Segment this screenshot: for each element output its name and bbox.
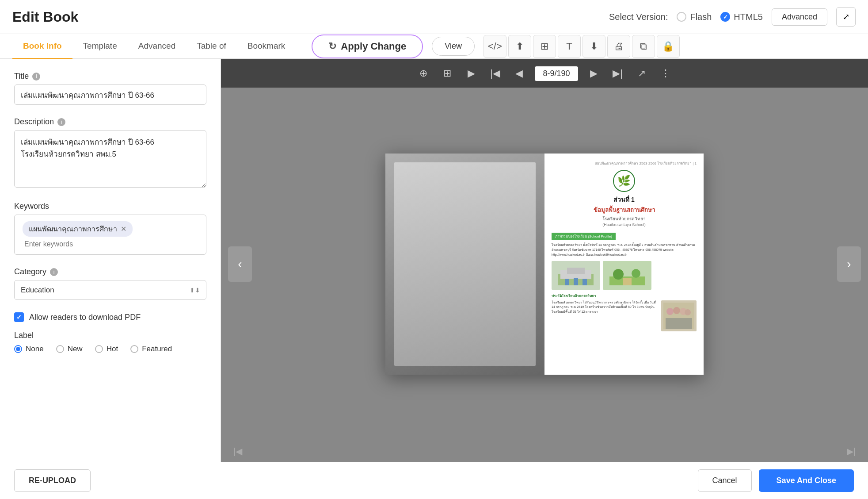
page-indicator[interactable]: 8-9/190 [535, 66, 578, 81]
refresh-icon: ↻ [328, 41, 336, 52]
header-right: Select Version: Flash HTML5 Advanced ⤢ [609, 7, 856, 27]
next-page-arrow[interactable]: › [837, 246, 861, 282]
svg-point-12 [673, 307, 680, 314]
title-input[interactable] [14, 84, 206, 105]
prev-page-icon[interactable]: ◀ [511, 65, 527, 81]
expand-button[interactable]: ⤢ [836, 7, 856, 27]
bottom-first-icon[interactable]: |◀ [233, 446, 242, 457]
page-body-text: โรงเรียนห้วยกรดวิทยา ตั้งเมื่อวันที่ 14 … [552, 242, 697, 257]
history-section-label: ประวัติโรงเรียนห้วยกรดวิทยา [552, 293, 697, 299]
footer: RE-UPLOAD Cancel Save And Close [0, 462, 868, 499]
apply-change-button[interactable]: ↻ Apply Change [312, 35, 423, 58]
grid-icon[interactable]: ⊞ [439, 65, 455, 81]
radio-featured[interactable]: Featured [130, 345, 172, 353]
radio-none[interactable]: None [14, 345, 44, 353]
tab-bookmark[interactable]: Bookmark [237, 34, 296, 59]
tab-advanced[interactable]: Advanced [128, 34, 187, 59]
keywords-label: Keywords [14, 202, 206, 211]
viewer-bottom-nav: |◀ ▶| [221, 441, 868, 462]
footer-right: Cancel Save And Close [698, 469, 854, 492]
columns-icon[interactable]: ⊞ [533, 35, 556, 58]
book-spread: แผนพัฒนาคุณภาพการศึกษา 2563-2566 โรงเรีย… [385, 154, 704, 375]
school-logo: 🌿 [613, 170, 635, 192]
main-content: Title i Description i เล่มแผนพัฒนาคุณภาพ… [0, 59, 868, 462]
version-options: Flash HTML5 [677, 12, 762, 22]
cancel-button[interactable]: Cancel [698, 469, 752, 492]
play-icon[interactable]: ▶ [463, 65, 479, 81]
view-button[interactable]: View [432, 37, 475, 56]
svg-rect-9 [623, 278, 632, 285]
history-text: โรงเรียนห้วยกรดวิทยา ได้รับอนุมัติจากกระ… [552, 300, 659, 331]
keywords-input[interactable] [21, 238, 116, 250]
code-icon[interactable]: </> [483, 35, 506, 58]
download-checkbox-label: Allow readers to download PDF [29, 313, 141, 322]
first-page-icon[interactable]: |◀ [487, 65, 503, 81]
svg-rect-2 [567, 268, 585, 274]
svg-point-14 [685, 309, 691, 315]
prev-page-arrow[interactable]: ‹ [228, 246, 252, 282]
re-upload-button[interactable]: RE-UPLOAD [14, 469, 91, 492]
download-checkbox[interactable] [14, 312, 24, 322]
keywords-field-group: Keywords แผนพัฒนาคุณภาพการศึกษา ✕ [14, 202, 206, 255]
category-info-icon: i [50, 268, 58, 276]
text-icon[interactable]: T [558, 35, 581, 58]
svg-point-11 [666, 308, 674, 315]
last-page-icon[interactable]: ▶| [610, 65, 626, 81]
expand-icon: ⤢ [843, 12, 849, 22]
lock-icon[interactable]: 🔒 [657, 35, 680, 58]
html5-radio[interactable] [720, 12, 730, 22]
download-icon[interactable]: ⬇ [582, 35, 605, 58]
school-images [552, 261, 697, 290]
html5-option[interactable]: HTML5 [720, 12, 763, 22]
download-checkbox-row: Allow readers to download PDF [14, 312, 206, 322]
description-field-group: Description i เล่มแผนพัฒนาคุณภาพการศึกษา… [14, 117, 206, 189]
description-input[interactable]: เล่มแผนพัฒนาคุณภาพการศึกษา ปี 63-66 โรงเ… [14, 130, 206, 188]
radio-new[interactable]: New [56, 345, 83, 353]
label-field-group: Label None New Hot [14, 331, 206, 353]
print-icon[interactable]: 🖨 [607, 35, 630, 58]
category-field-group: Category i Education Science Technology … [14, 267, 206, 300]
subsubtitle: (Huaikrotwittaya School) [552, 223, 697, 227]
svg-rect-15 [666, 318, 692, 329]
next-page-icon[interactable]: ▶ [586, 65, 602, 81]
main-title: ข้อมูลพื้นฐานสถานศึกษา [552, 205, 697, 215]
keyword-remove-icon[interactable]: ✕ [121, 225, 126, 233]
toolbar-icons: </> ⬆ ⊞ T ⬇ 🖨 ⧉ 🔒 [483, 35, 680, 58]
description-label: Description i [14, 117, 206, 127]
flash-radio[interactable] [677, 12, 686, 22]
html5-label: HTML5 [734, 12, 763, 22]
tab-book-info[interactable]: Book Info [12, 34, 72, 59]
category-label: Category i [14, 267, 206, 276]
copy-icon[interactable]: ⧉ [632, 35, 655, 58]
bottom-last-icon[interactable]: ▶| [847, 446, 856, 457]
advanced-button[interactable]: Advanced [772, 8, 827, 26]
right-panel: ⊕ ⊞ ▶ |◀ ◀ 8-9/190 ▶ ▶| ↗ ⋮ ‹ [221, 59, 868, 462]
export-icon[interactable]: ↗ [634, 65, 650, 81]
tab-table-of[interactable]: Table of [186, 34, 237, 59]
keywords-box[interactable]: แผนพัฒนาคุณภาพการศึกษา ✕ [14, 215, 206, 255]
page-title: Edit Book [12, 9, 78, 25]
category-select-wrapper: Education Science Technology Arts [14, 280, 206, 300]
tab-template[interactable]: Template [72, 34, 128, 59]
flash-option[interactable]: Flash [677, 12, 712, 22]
share-icon[interactable]: ⬆ [508, 35, 531, 58]
radio-hot[interactable]: Hot [95, 345, 118, 353]
svg-point-8 [632, 269, 640, 278]
viewer-top-bar: ⊕ ⊞ ▶ |◀ ◀ 8-9/190 ▶ ▶| ↗ ⋮ [221, 59, 868, 88]
radio-none-dot [14, 345, 22, 353]
flash-label: Flash [690, 12, 712, 22]
page-header-small: แผนพัฒนาคุณภาพการศึกษา 2563-2566 โรงเรีย… [552, 161, 697, 166]
zoom-in-icon[interactable]: ⊕ [415, 65, 431, 81]
section-label: ส่วนที่ 1 [552, 195, 697, 204]
title-label: Title i [14, 72, 206, 81]
svg-rect-4 [574, 278, 578, 285]
svg-rect-3 [565, 279, 569, 285]
category-select[interactable]: Education Science Technology Arts [14, 280, 206, 300]
header: Edit Book Select Version: Flash HTML5 Ad… [0, 0, 868, 34]
save-and-close-button[interactable]: Save And Close [759, 469, 854, 492]
svg-point-7 [613, 269, 624, 280]
more-icon[interactable]: ⋮ [658, 65, 674, 81]
label-title: Label [14, 331, 206, 340]
title-field-group: Title i [14, 72, 206, 105]
radio-new-dot [56, 345, 64, 353]
